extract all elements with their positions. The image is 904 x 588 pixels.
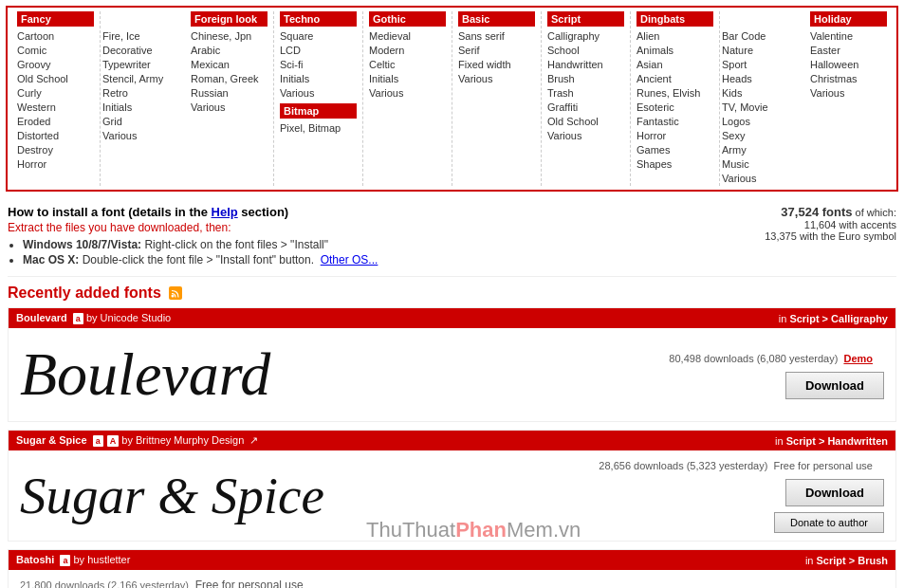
- nav-item[interactable]: Serif: [458, 45, 480, 56]
- nav-item[interactable]: Cartoon: [17, 30, 54, 42]
- nav-item[interactable]: Old School: [547, 116, 599, 127]
- download-button-sugar-spice[interactable]: Download: [785, 479, 884, 506]
- nav-item[interactable]: Fire, Ice: [102, 30, 140, 42]
- nav-item[interactable]: Calligraphy: [547, 30, 600, 42]
- font-entry-batoshi: Batoshi a by hustletter in Script > Brus…: [8, 549, 896, 588]
- font-category-boulevard: in Script > Calligraphy: [779, 313, 888, 324]
- font-name-link-boulevard[interactable]: Boulevard: [16, 312, 67, 323]
- nav-header-foreign[interactable]: Foreign look: [191, 11, 268, 27]
- nav-item[interactable]: Shapes: [636, 158, 672, 170]
- download-button-boulevard[interactable]: Download: [785, 372, 884, 399]
- donate-button-sugar-spice[interactable]: Donate to author: [774, 512, 884, 533]
- nav-item[interactable]: Nature: [722, 45, 753, 56]
- nav-header-basic[interactable]: Basic: [458, 11, 535, 27]
- nav-item[interactable]: Sci-fi: [280, 59, 303, 70]
- nav-header-fancy[interactable]: Fancy: [17, 11, 94, 27]
- nav-item[interactable]: Various: [191, 101, 225, 113]
- nav-header-gothic[interactable]: Gothic: [369, 11, 446, 27]
- nav-item[interactable]: Valentine: [810, 30, 853, 42]
- nav-item[interactable]: Handwritten: [547, 59, 603, 70]
- nav-item[interactable]: Logos: [722, 116, 750, 127]
- nav-item[interactable]: Heads: [722, 73, 752, 84]
- nav-col-basic: Basic Sans serif Serif Fixed width Vario…: [452, 11, 542, 186]
- nav-item[interactable]: Pixel, Bitmap: [280, 122, 341, 134]
- nav-item[interactable]: Mexican: [191, 59, 230, 70]
- rss-icon[interactable]: [169, 286, 182, 300]
- font-action-area-boulevard: 80,498 downloads (6,080 yesterday) Demo …: [646, 343, 895, 407]
- nav-item[interactable]: Russian: [191, 87, 229, 99]
- nav-item[interactable]: Typewriter: [102, 59, 151, 70]
- nav-item[interactable]: Graffiti: [547, 101, 578, 113]
- nav-header-holiday[interactable]: Holiday: [810, 11, 887, 27]
- nav-item[interactable]: Runes, Elvish: [636, 87, 700, 99]
- font-category-link-batoshi[interactable]: Script > Brush: [817, 555, 889, 566]
- nav-item[interactable]: Various: [547, 130, 581, 141]
- nav-item[interactable]: Brush: [547, 73, 575, 84]
- nav-item[interactable]: Various: [458, 73, 492, 84]
- nav-item[interactable]: Western: [17, 101, 56, 113]
- nav-item[interactable]: Sexy: [722, 130, 745, 141]
- nav-item[interactable]: Eroded: [17, 116, 50, 127]
- nav-item[interactable]: Ancient: [636, 73, 672, 84]
- font-demo-link-boulevard[interactable]: Demo: [843, 353, 873, 364]
- nav-item[interactable]: Christmas: [810, 73, 858, 84]
- nav-item[interactable]: Kids: [722, 87, 742, 99]
- nav-item[interactable]: Chinese, Jpn: [191, 30, 251, 42]
- font-category-link[interactable]: Script > Calligraphy: [789, 313, 888, 324]
- nav-item[interactable]: Various: [102, 130, 137, 141]
- nav-item[interactable]: Various: [369, 87, 403, 99]
- nav-item[interactable]: Horror: [636, 130, 666, 141]
- nav-item[interactable]: Easter: [810, 45, 840, 56]
- nav-item[interactable]: TV, Movie: [722, 101, 768, 113]
- nav-item[interactable]: Music: [722, 158, 749, 170]
- nav-item[interactable]: School: [547, 45, 580, 56]
- nav-item[interactable]: Curly: [17, 87, 42, 99]
- nav-item[interactable]: Halloween: [810, 59, 858, 70]
- nav-item[interactable]: Sans serif: [458, 30, 505, 42]
- nav-item[interactable]: Various: [810, 87, 844, 99]
- other-os-link[interactable]: Other OS...: [321, 253, 378, 266]
- nav-item[interactable]: Various: [280, 87, 314, 99]
- nav-item[interactable]: Celtic: [369, 59, 396, 70]
- nav-item[interactable]: Horror: [17, 158, 46, 170]
- nav-item[interactable]: Alien: [636, 30, 659, 42]
- nav-item[interactable]: LCD: [280, 45, 301, 56]
- nav-item[interactable]: Initials: [280, 73, 309, 84]
- nav-header-script[interactable]: Script: [547, 11, 624, 27]
- nav-item[interactable]: Grid: [102, 116, 122, 127]
- nav-item[interactable]: Various: [722, 173, 756, 184]
- nav-item[interactable]: Modern: [369, 45, 404, 56]
- nav-item[interactable]: Old School: [17, 73, 68, 84]
- nav-item[interactable]: Square: [280, 30, 313, 42]
- nav-item[interactable]: Animals: [636, 45, 673, 56]
- nav-header-techno[interactable]: Techno: [280, 11, 357, 27]
- nav-item[interactable]: Bar Code: [722, 30, 766, 42]
- install-help-link[interactable]: Help: [212, 205, 238, 219]
- nav-item[interactable]: Fixed width: [458, 59, 511, 70]
- nav-item[interactable]: Retro: [102, 87, 128, 99]
- nav-header-dingbats[interactable]: Dingbats: [636, 11, 713, 27]
- nav-item[interactable]: Esoteric: [636, 101, 674, 113]
- nav-item[interactable]: Stencil, Army: [102, 73, 163, 84]
- nav-item[interactable]: Sport: [722, 59, 747, 70]
- nav-item[interactable]: Asian: [636, 59, 663, 70]
- nav-item[interactable]: Army: [722, 144, 747, 156]
- font-name-link-sugar-spice[interactable]: Sugar & Spice: [16, 434, 87, 446]
- nav-item[interactable]: Initials: [369, 73, 398, 84]
- font-category-link-sugar-spice[interactable]: Script > Handwritten: [786, 435, 888, 447]
- nav-item[interactable]: Initials: [102, 101, 132, 113]
- nav-item[interactable]: Arabic: [191, 45, 220, 56]
- nav-item[interactable]: Comic: [17, 45, 46, 56]
- nav-item[interactable]: Roman, Greek: [191, 73, 259, 84]
- nav-item[interactable]: Medieval: [369, 30, 411, 42]
- nav-item[interactable]: Trash: [547, 87, 574, 99]
- nav-item[interactable]: Distorted: [17, 130, 59, 141]
- nav-item[interactable]: Decorative: [102, 45, 153, 56]
- font-name-link-batoshi[interactable]: Batoshi: [16, 554, 54, 565]
- nav-item[interactable]: Fantastic: [636, 116, 679, 127]
- nav-sub-header-bitmap[interactable]: Bitmap: [280, 103, 357, 119]
- font-category-sugar-spice: in Script > Handwritten: [775, 435, 888, 447]
- nav-item[interactable]: Destroy: [17, 144, 53, 156]
- nav-item[interactable]: Groovy: [17, 59, 50, 70]
- nav-item[interactable]: Games: [636, 144, 670, 156]
